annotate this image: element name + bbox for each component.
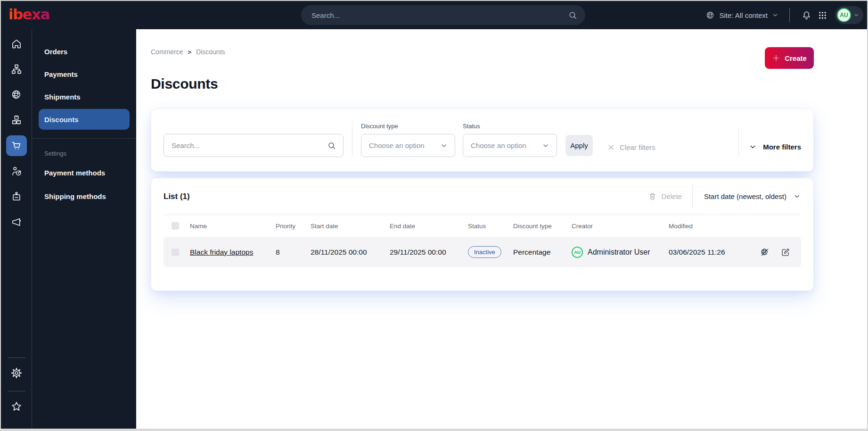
column-header-status[interactable]: Status	[468, 223, 513, 230]
sidebar-item-label: Orders	[44, 48, 67, 56]
more-filters-button[interactable]: More filters	[748, 142, 801, 151]
column-header-start-date[interactable]: Start date	[311, 223, 390, 230]
sort-dropdown-label: Start date (newest, oldest)	[704, 192, 786, 200]
cart-icon	[10, 140, 23, 152]
filters-panel: Discount type Choose an option Status Ch…	[151, 108, 814, 172]
create-button[interactable]: Create	[765, 47, 814, 69]
global-search-input[interactable]	[311, 11, 568, 19]
app-window: ibexa Site: All context	[0, 0, 868, 431]
status-select[interactable]: Choose an option	[463, 134, 557, 157]
sidebar-item-shipments[interactable]: Shipments	[39, 86, 130, 107]
globe-icon	[705, 10, 715, 20]
user-menu[interactable]: AU	[835, 6, 863, 24]
discount-type-cell: Percentage	[513, 248, 572, 257]
column-header-modified[interactable]: Modified	[669, 223, 753, 230]
rail-item-marketing[interactable]	[6, 212, 27, 232]
list-search-input[interactable]	[172, 141, 327, 149]
creator-name: Administrator User	[588, 248, 650, 257]
sidebar-item-shipping-methods[interactable]: Shipping methods	[39, 186, 130, 207]
notifications-button[interactable]	[798, 7, 814, 23]
sort-dropdown[interactable]: Start date (newest, oldest)	[704, 192, 801, 200]
creator-avatar: AU	[572, 247, 583, 258]
breadcrumb: Commerce > Discounts	[151, 48, 867, 56]
delete-button-label: Delete	[662, 192, 682, 200]
more-filters-label: More filters	[763, 143, 801, 151]
app-switcher-button[interactable]	[814, 7, 830, 23]
trash-icon	[648, 192, 657, 201]
sidebar-item-discounts[interactable]: Discounts	[39, 109, 130, 130]
end-date-cell: 29/11/2025 00:00	[390, 248, 468, 257]
page-title: Discounts	[151, 76, 867, 92]
megaphone-icon	[10, 216, 23, 228]
globe-cursor-icon	[10, 89, 23, 101]
global-search	[301, 5, 585, 25]
sidebar-item-payments[interactable]: Payments	[39, 64, 130, 84]
rail-divider	[8, 391, 25, 391]
site-context-selector[interactable]: Site: All context	[705, 10, 779, 20]
sidebar-item-label: Payments	[44, 70, 78, 78]
topbar-divider	[789, 8, 790, 22]
status-badge: Inactive	[468, 246, 501, 258]
rail-item-content-structure[interactable]	[6, 59, 27, 80]
rail-item-site[interactable]	[6, 84, 27, 105]
top-bar: ibexa Site: All context	[1, 1, 867, 29]
start-date-cell: 28/11/2025 00:00	[311, 248, 390, 257]
filter-divider	[738, 127, 739, 157]
clear-filters-button[interactable]: Clear filters	[607, 143, 655, 151]
filter-divider	[352, 120, 352, 157]
rail-item-commerce[interactable]	[6, 135, 27, 156]
rail-item-bookmarks[interactable]	[6, 396, 27, 417]
person-target-icon	[10, 165, 23, 177]
status-label: Status	[463, 123, 557, 130]
rail-item-settings[interactable]	[6, 363, 27, 383]
sidebar-item-label: Shipping methods	[44, 192, 106, 200]
edit-icon[interactable]	[780, 247, 791, 257]
topbar-right-cluster: Site: All context	[705, 1, 863, 29]
discounts-list-panel: List (1) Delete	[151, 178, 814, 291]
rail-item-personnel-badge[interactable]	[6, 186, 27, 207]
discount-name-link[interactable]: Black friday laptops	[190, 248, 276, 257]
column-header-discount-type[interactable]: Discount type	[513, 223, 572, 230]
status-value: Choose an option	[471, 141, 526, 149]
breadcrumb-separator: >	[188, 49, 191, 56]
plus-icon	[772, 54, 780, 62]
search-icon[interactable]	[327, 141, 336, 150]
select-all-checkbox[interactable]	[172, 222, 179, 230]
rail-item-customer-target[interactable]	[6, 161, 27, 182]
priority-cell: 8	[276, 248, 311, 257]
ibexa-logo[interactable]: ibexa	[8, 7, 49, 24]
sidebar-item-label: Payment methods	[44, 169, 105, 177]
chevron-down-icon	[853, 12, 860, 18]
site-preview-disabled-icon[interactable]	[760, 247, 770, 257]
discount-type-value: Choose an option	[369, 141, 425, 149]
rail-item-home[interactable]	[6, 33, 27, 54]
page-content: Commerce > Discounts Create Discounts	[136, 29, 867, 429]
column-header-name[interactable]: Name	[190, 223, 276, 230]
home-icon	[10, 38, 23, 50]
modified-cell: 03/06/2025 11:26	[669, 248, 753, 257]
nav-rail	[1, 29, 32, 429]
rail-item-product-catalog[interactable]	[6, 110, 27, 131]
search-icon[interactable]	[568, 10, 578, 20]
list-head-divider	[692, 185, 693, 208]
sidebar-section-label: Settings	[32, 139, 136, 157]
rail-divider	[8, 357, 25, 358]
sitemap-icon	[10, 63, 23, 75]
breadcrumb-discounts[interactable]: Discounts	[196, 48, 225, 56]
sidebar-item-label: Shipments	[44, 93, 81, 101]
delete-button[interactable]: Delete	[648, 192, 682, 201]
sidebar-item-payment-methods[interactable]: Payment methods	[39, 162, 130, 183]
chevron-down-icon	[440, 141, 448, 150]
breadcrumb-commerce[interactable]: Commerce	[151, 48, 183, 56]
creator-cell: AU Administrator User	[572, 247, 669, 258]
row-checkbox[interactable]	[172, 249, 179, 256]
sidebar-item-orders[interactable]: Orders	[39, 41, 130, 62]
list-title: List (1)	[164, 192, 190, 201]
avatar: AU	[837, 8, 851, 22]
column-header-priority[interactable]: Priority	[276, 223, 311, 230]
bell-icon	[801, 10, 812, 21]
column-header-end-date[interactable]: End date	[390, 223, 468, 230]
apply-button[interactable]: Apply	[565, 135, 593, 156]
column-header-creator[interactable]: Creator	[572, 223, 669, 230]
discount-type-select[interactable]: Choose an option	[361, 134, 455, 157]
